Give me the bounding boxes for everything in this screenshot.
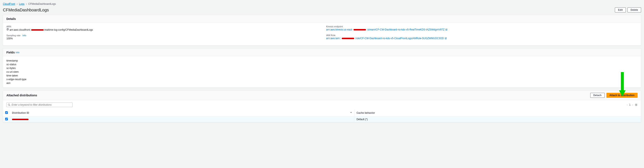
col-cache-behavior[interactable]: Cache behavior: [354, 110, 641, 116]
row-checkbox[interactable]: [5, 118, 8, 120]
breadcrumb-logs[interactable]: Logs: [19, 3, 24, 6]
breadcrumb-root[interactable]: CloudFront: [3, 3, 15, 6]
field-item: time-taken: [6, 74, 638, 77]
svg-line-5: [10, 105, 10, 106]
distributions-table: Distribution ID Cache behavior Default (…: [3, 110, 641, 122]
redacted-text: [12, 119, 28, 120]
breadcrumb: CloudFront › Logs › CFMediaDashboardLogs: [3, 3, 641, 6]
delete-button[interactable]: Delete: [628, 8, 641, 13]
fields-panel: Fields Info timestamp sc-status sc-bytes…: [3, 49, 641, 88]
edit-button[interactable]: Edit: [615, 8, 626, 13]
details-heading: Details: [3, 15, 641, 23]
kinesis-endpoint-link[interactable]: arn:aws:kinesis:us-east-:stream/CF-CW-Da…: [326, 28, 448, 31]
distribution-id-cell[interactable]: [10, 116, 354, 122]
iam-role-link[interactable]: arn:aws:iam:::role/CF-CW-Dashboard-no-kd…: [326, 37, 447, 40]
cache-behavior-cell: Default (*): [354, 116, 641, 122]
paginator: ‹ 1 ›: [627, 103, 638, 106]
redacted-text: [342, 38, 354, 39]
detach-button[interactable]: Detach: [590, 93, 605, 98]
field-item: sc-bytes: [6, 66, 638, 70]
search-icon: [8, 104, 10, 106]
external-link-icon: [445, 37, 447, 39]
page-next-icon[interactable]: ›: [632, 103, 633, 106]
page-number: 1: [629, 103, 630, 106]
field-item: x-edge-result-type: [6, 77, 638, 81]
details-panel: Details ARN arn:aws:cloudfront:::realtim…: [3, 15, 641, 46]
field-item: sc-status: [6, 63, 638, 66]
search-distributions-input-wrap[interactable]: [6, 103, 72, 107]
svg-marker-7: [350, 112, 352, 113]
external-link-icon: [445, 29, 448, 31]
redacted-text: [31, 29, 44, 31]
chevron-right-icon: ›: [26, 3, 27, 6]
sampling-rate-label: Sampling rate: [6, 34, 20, 37]
field-item: timestamp: [6, 59, 638, 63]
field-item: asn: [6, 81, 638, 85]
fields-info-link[interactable]: Info: [16, 51, 19, 54]
search-distributions-input[interactable]: [12, 103, 71, 106]
breadcrumb-current: CFMediaDashboardLogs: [28, 3, 56, 6]
table-row[interactable]: Default (*): [3, 116, 641, 122]
chevron-right-icon: ›: [17, 3, 18, 6]
iam-role-label: IAM Role: [326, 34, 638, 37]
page-prev-icon[interactable]: ‹: [627, 103, 628, 106]
fields-list: timestamp sc-status sc-bytes cs-uri-stem…: [6, 59, 638, 85]
select-all-checkbox[interactable]: [5, 111, 8, 114]
gear-icon[interactable]: [635, 103, 638, 106]
sort-icon: [350, 111, 352, 113]
arn-label: ARN: [6, 25, 318, 28]
attach-to-distribution-button[interactable]: Attach to distribution: [606, 93, 638, 98]
page-title: CFMediaDashboardLogs: [3, 8, 613, 13]
redacted-text: [354, 29, 366, 31]
fields-heading: Fields: [6, 51, 15, 54]
copy-icon[interactable]: [6, 28, 9, 31]
attached-distributions-panel: Attached distributions Detach Attach to …: [3, 91, 641, 122]
field-item: cs-uri-stem: [6, 70, 638, 74]
svg-point-6: [636, 104, 636, 105]
attached-distributions-heading: Attached distributions: [6, 94, 37, 97]
arn-value: arn:aws:cloudfront:::realtime-log-config…: [6, 28, 318, 31]
kinesis-endpoint-label: Kinesis endpoint: [326, 25, 638, 28]
col-distribution-id[interactable]: Distribution ID: [10, 110, 354, 116]
sampling-rate-value: 100%: [6, 37, 318, 40]
svg-point-4: [8, 104, 10, 106]
sampling-info-link[interactable]: Info: [22, 34, 26, 37]
